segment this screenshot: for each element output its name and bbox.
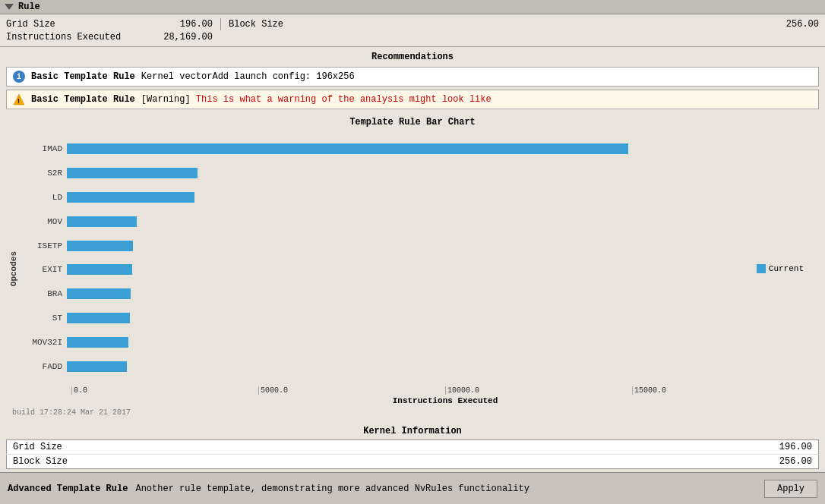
- bottom-bar: Advanced Template Rule Another rule temp…: [0, 472, 825, 504]
- bar-fill: [67, 337, 128, 348]
- bar-label: MOV32I: [21, 338, 67, 347]
- bar-track: [67, 241, 819, 251]
- x-tick: 0.0: [71, 386, 258, 395]
- chart-title: Template Rule Bar Chart: [6, 114, 819, 131]
- build-info: build 17:28:24 Mar 21 2017: [6, 407, 819, 417]
- bar-row: EXIT: [21, 263, 819, 276]
- svg-text:!: !: [17, 98, 21, 106]
- apply-button[interactable]: Apply: [764, 480, 817, 498]
- block-size-value: 256.00: [375, 19, 819, 30]
- bar-track: [67, 168, 819, 178]
- info-recommendation: i Basic Template Rule Kernel vectorAdd l…: [6, 67, 819, 87]
- bar-track: [67, 288, 819, 299]
- grid-size-row: Grid Size 196.00 Block Size 256.00: [6, 17, 819, 31]
- bar-label: MOV: [21, 217, 67, 226]
- warning-icon: !: [13, 93, 25, 106]
- table-row: Grid Size196.00: [7, 440, 819, 455]
- kernel-value: 256.00: [98, 455, 819, 469]
- x-axis: 0.05000.010000.015000.0: [71, 385, 819, 395]
- instructions-row: Instructions Executed 28,169.00: [6, 31, 819, 43]
- bar-fill: [67, 168, 198, 178]
- bar-row: ST: [21, 311, 819, 325]
- legend-label: Current: [769, 264, 804, 273]
- bar-label: LD: [21, 193, 67, 202]
- chart-section: Template Rule Bar Chart Opcodes IMADS2RL…: [0, 111, 825, 420]
- bar-row: IMAD: [21, 142, 819, 156]
- warning-rule-message: [Warning] This is what a warning of the …: [141, 94, 492, 105]
- kernel-info-title: Kernel Information: [6, 423, 819, 439]
- warning-rule-name: Basic Template Rule: [31, 94, 135, 105]
- grid-size-value: 196.00: [158, 19, 219, 30]
- chart-inner: IMADS2RLDMOVISETPEXITBRASTMOV32IFADD 0.0…: [21, 131, 819, 407]
- rule-header-label: Rule: [18, 2, 40, 12]
- chart-y-label: Opcodes: [6, 251, 21, 286]
- collapse-icon[interactable]: [5, 4, 14, 10]
- table-row: Block Size256.00: [7, 455, 819, 469]
- info-icon: i: [13, 71, 25, 83]
- bar-track: [67, 192, 819, 203]
- bar-label: ST: [21, 313, 67, 323]
- bar-label: BRA: [21, 289, 67, 298]
- content-area: Recommendations i Basic Template Rule Ke…: [0, 47, 825, 472]
- main-container: Rule Grid Size 196.00 Block Size 256.00 …: [0, 0, 825, 504]
- warning-recommendation: ! Basic Template Rule [Warning] This is …: [6, 90, 819, 109]
- bar-fill: [67, 361, 127, 372]
- bar-track: [67, 313, 819, 323]
- recommendations-header: Recommendations: [0, 47, 825, 65]
- block-size-label: Block Size: [223, 19, 375, 30]
- bar-track: [67, 143, 819, 154]
- bar-label: ISETP: [21, 241, 67, 250]
- kernel-info-section: Kernel Information Grid Size196.00Block …: [0, 420, 825, 472]
- bar-fill: [67, 143, 628, 154]
- bar-fill: [67, 264, 132, 275]
- bar-track: [67, 361, 819, 372]
- grid-size-label: Grid Size: [6, 19, 158, 30]
- chart-x-label: Instructions Executed: [21, 395, 819, 407]
- bar-row: S2R: [21, 166, 819, 180]
- info-rule-name: Basic Template Rule: [31, 71, 135, 82]
- bar-fill: [67, 192, 194, 203]
- bar-row: FADD: [21, 360, 819, 373]
- bar-row: BRA: [21, 287, 819, 301]
- bar-track: [67, 337, 819, 348]
- chart-container: Opcodes IMADS2RLDMOVISETPEXITBRASTMOV32I…: [6, 131, 819, 407]
- bar-label: IMAD: [21, 144, 67, 153]
- rule-header: Rule: [0, 0, 825, 14]
- kernel-value: 196.00: [98, 440, 819, 455]
- info-rule-message: Kernel vectorAdd launch config: 196x256: [141, 71, 355, 82]
- bar-row: ISETP: [21, 239, 819, 253]
- divider: [220, 18, 221, 30]
- x-tick: 15000.0: [632, 386, 819, 395]
- bar-fill: [67, 216, 137, 227]
- bar-track: [67, 216, 819, 227]
- kernel-table: Grid Size196.00Block Size256.00: [6, 439, 819, 469]
- legend-color-box: [757, 264, 766, 273]
- instructions-label: Instructions Executed: [6, 32, 158, 43]
- kernel-label: Block Size: [7, 455, 98, 469]
- instructions-value: 28,169.00: [158, 32, 219, 43]
- kernel-label: Grid Size: [7, 440, 98, 455]
- bar-track: [67, 264, 819, 275]
- x-tick: 5000.0: [258, 386, 445, 395]
- bar-row: MOV: [21, 215, 819, 228]
- warning-bracket: [Warning]: [141, 94, 196, 105]
- bar-fill: [67, 313, 130, 323]
- x-tick: 10000.0: [445, 386, 632, 395]
- bar-row: MOV32I: [21, 335, 819, 349]
- bar-label: EXIT: [21, 265, 67, 274]
- bars-area: IMADS2RLDMOVISETPEXITBRASTMOV32IFADD: [21, 131, 819, 385]
- advanced-rule-name: Advanced Template Rule: [8, 484, 128, 494]
- chart-legend: Current: [757, 264, 804, 273]
- advanced-rule-message: Another rule template, demonstrating mor…: [135, 484, 529, 494]
- warning-text: This is what a warning of the analysis m…: [196, 94, 492, 105]
- bar-fill: [67, 241, 133, 251]
- rule-info-body: Grid Size 196.00 Block Size 256.00 Instr…: [0, 14, 825, 47]
- bar-fill: [67, 288, 131, 299]
- bar-label: FADD: [21, 362, 67, 371]
- bar-label: S2R: [21, 169, 67, 178]
- bar-row: LD: [21, 191, 819, 204]
